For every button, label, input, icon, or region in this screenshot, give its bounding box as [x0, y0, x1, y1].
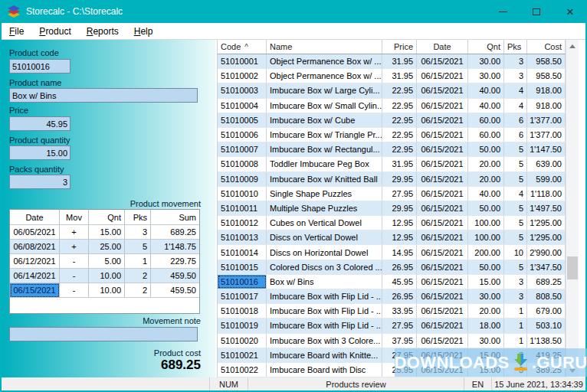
- cell-name[interactable]: Imbucare Box w/ Knitted Ball: [267, 172, 382, 186]
- cell-price[interactable]: 22.95: [382, 113, 417, 127]
- cell-price[interactable]: 22.95: [382, 128, 417, 142]
- cell-pks[interactable]: 1: [504, 318, 527, 332]
- cell-pks[interactable]: 1: [504, 334, 527, 348]
- cell-cost[interactable]: 1'118.00: [527, 187, 566, 201]
- cell-qnt[interactable]: 30.00: [468, 289, 504, 303]
- cell-name[interactable]: Discs on Vertical Dowel: [267, 230, 382, 244]
- movement-row[interactable]: 06/08/2021+25.0051'148.75: [10, 240, 199, 254]
- movement-cell-mov[interactable]: -: [60, 254, 89, 269]
- cell-cost[interactable]: 1'377.00: [527, 113, 566, 127]
- cell-cost[interactable]: 1'347.50: [527, 260, 566, 274]
- movement-cell-date[interactable]: 06/12/2021: [10, 254, 60, 269]
- cell-qnt[interactable]: 30.00: [468, 334, 504, 348]
- movement-cell-sum[interactable]: 459.50: [151, 269, 199, 283]
- cell-qnt[interactable]: 40.00: [468, 99, 504, 113]
- cell-code[interactable]: 51010014: [218, 245, 267, 259]
- movement-row[interactable]: 06/14/2021-10.002459.50: [10, 269, 199, 283]
- movement-cell-pks[interactable]: 2: [125, 283, 151, 298]
- cell-qnt[interactable]: 50.00: [468, 142, 504, 156]
- cell-pks[interactable]: 10: [504, 245, 527, 259]
- cell-code[interactable]: 51010019: [218, 318, 267, 332]
- cell-name[interactable]: Imbucare Board with Knitte...: [267, 348, 382, 362]
- cell-code[interactable]: 51010001: [218, 54, 267, 68]
- table-row[interactable]: 51010006Imbucare Box w/ Triangle Pr...22…: [218, 128, 566, 142]
- cell-code[interactable]: 51010018: [218, 304, 267, 318]
- cell-cost[interactable]: 689.25: [527, 275, 566, 289]
- cell-price[interactable]: 27.95: [382, 187, 417, 201]
- cell-date[interactable]: 06/15/2021: [417, 69, 468, 83]
- movement-note-input[interactable]: [9, 327, 198, 341]
- cell-code[interactable]: 51010006: [218, 128, 267, 142]
- cell-code[interactable]: 51010022: [218, 363, 267, 377]
- cell-qnt[interactable]: 60.00: [468, 113, 504, 127]
- movement-cell-pks[interactable]: 3: [125, 225, 151, 240]
- table-row[interactable]: 51010020Imbucare Box with 3 Colore...37.…: [218, 334, 566, 348]
- cell-qnt[interactable]: 50.00: [468, 260, 504, 274]
- cell-pks[interactable]: 4: [504, 99, 527, 113]
- cell-name[interactable]: Imbucare Box with Flip Lid - ...: [267, 318, 382, 332]
- movement-cell-date[interactable]: 06/15/2021: [10, 283, 60, 298]
- packs-quantity-input[interactable]: [9, 175, 71, 189]
- cell-price[interactable]: 29.95: [382, 172, 417, 186]
- cell-date[interactable]: 06/15/2021: [417, 334, 468, 348]
- cell-cost[interactable]: 1'147.50: [527, 142, 566, 156]
- cell-cost[interactable]: 958.50: [527, 54, 566, 68]
- cell-price[interactable]: 22.95: [382, 99, 417, 113]
- cell-price[interactable]: 14.95: [382, 245, 417, 259]
- cell-qnt[interactable]: 40.00: [468, 83, 504, 97]
- movement-cell-sum[interactable]: 1'148.75: [151, 240, 199, 254]
- column-header-name[interactable]: Name: [267, 40, 382, 54]
- cell-pks[interactable]: 3: [504, 275, 527, 289]
- cell-code[interactable]: 51010015: [218, 260, 267, 274]
- cell-price[interactable]: 33.95: [382, 304, 417, 318]
- cell-qnt[interactable]: 20.00: [468, 304, 504, 318]
- cell-name[interactable]: Imbucare Box with Flip Lid - ...: [267, 289, 382, 303]
- table-row[interactable]: 51010010Single Shape Puzzles27.9506/15/2…: [218, 187, 566, 201]
- cell-name[interactable]: Discs on Horizontal Dowel: [267, 245, 382, 259]
- table-row[interactable]: 51010015Colored Discs on 3 Colored ...26…: [218, 260, 566, 275]
- vertical-scrollbar[interactable]: [566, 40, 579, 377]
- cell-price[interactable]: 31.95: [382, 157, 417, 171]
- menu-item-help[interactable]: Help: [126, 23, 161, 39]
- cell-qnt[interactable]: 100.00: [468, 216, 504, 230]
- cell-date[interactable]: 06/15/2021: [417, 99, 468, 113]
- cell-pks[interactable]: 6: [504, 113, 527, 127]
- cell-date[interactable]: 06/15/2021: [417, 142, 468, 156]
- cell-date[interactable]: 06/15/2021: [417, 260, 468, 274]
- cell-cost[interactable]: 918.00: [527, 99, 566, 113]
- table-row[interactable]: 51010016Box w/ Bins45.9506/15/202115.003…: [218, 275, 566, 289]
- cell-price[interactable]: 37.95: [382, 334, 417, 348]
- column-header-qnt[interactable]: Qnt: [468, 40, 504, 54]
- cell-price[interactable]: 26.95: [382, 260, 417, 274]
- movement-cell-sum[interactable]: 459.50: [151, 283, 199, 298]
- cell-pks[interactable]: 5: [504, 172, 527, 186]
- cell-qnt[interactable]: 30.00: [468, 54, 504, 68]
- cell-cost[interactable]: 1'497.50: [527, 201, 566, 215]
- cell-cost[interactable]: 503.10: [527, 318, 566, 332]
- cell-price[interactable]: 45.95: [382, 275, 417, 289]
- movement-cell-sum[interactable]: 229.75: [151, 254, 199, 269]
- product-quantity-input[interactable]: [9, 145, 71, 160]
- movement-cell-qnt[interactable]: 5.00: [89, 254, 125, 269]
- cell-name[interactable]: Toddler Imbucare Peg Box: [267, 157, 382, 171]
- cell-date[interactable]: 06/15/2021: [417, 245, 468, 259]
- cell-name[interactable]: Box w/ Bins: [267, 275, 382, 289]
- cell-name[interactable]: Imbucare Box with Flip Lid - ...: [267, 304, 382, 318]
- cell-price[interactable]: 22.95: [382, 83, 417, 97]
- cell-qnt[interactable]: 20.00: [468, 157, 504, 171]
- cell-name[interactable]: Single Shape Puzzles: [267, 187, 382, 201]
- cell-date[interactable]: 06/15/2021: [417, 128, 468, 142]
- cell-name[interactable]: Imbucare Board with Disc: [267, 363, 382, 377]
- table-row[interactable]: 51010007Imbucare Box w/ Rectangul...22.9…: [218, 142, 566, 157]
- cell-date[interactable]: 06/15/2021: [417, 187, 468, 201]
- cell-cost[interactable]: 2'990.00: [527, 245, 566, 259]
- table-row[interactable]: 51010004Imbucare Box w/ Small Cylin...22…: [218, 99, 566, 113]
- cell-date[interactable]: 06/15/2021: [417, 289, 468, 303]
- cell-pks[interactable]: 4: [504, 187, 527, 201]
- movement-cell-qnt[interactable]: 15.00: [89, 225, 125, 240]
- cell-code[interactable]: 51010010: [218, 187, 267, 201]
- cell-code[interactable]: 51010017: [218, 289, 267, 303]
- cell-code[interactable]: 51010005: [218, 113, 267, 127]
- menu-item-product[interactable]: Product: [31, 23, 78, 39]
- cell-qnt[interactable]: 40.00: [468, 187, 504, 201]
